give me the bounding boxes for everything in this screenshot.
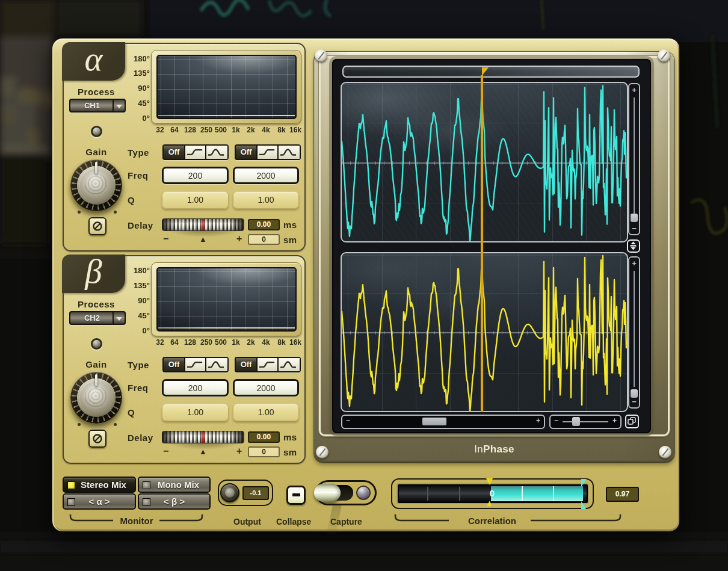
- svg-text:Monitor: Monitor: [120, 516, 153, 526]
- svg-text:Correlation: Correlation: [468, 516, 516, 526]
